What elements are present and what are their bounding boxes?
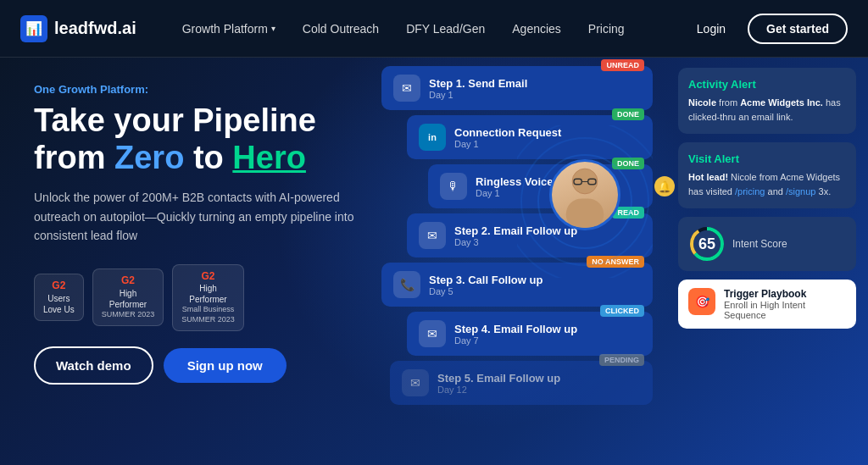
- title-zero: Zero: [114, 140, 184, 175]
- person-avatar: [549, 159, 620, 230]
- step-day-7: Day 12: [437, 385, 641, 395]
- hero-section: One Growth Platform: Take your Pipeline …: [0, 58, 868, 465]
- step-icon-email-2: ✉: [419, 222, 446, 249]
- step-icon-email-3: ✉: [419, 320, 446, 347]
- trigger-icon: 🎯: [688, 288, 715, 315]
- step-icon-voicemail: 🎙: [440, 173, 467, 200]
- svg-rect-4: [566, 198, 604, 228]
- person-silhouette: [552, 159, 618, 228]
- chevron-down-icon: ▾: [271, 24, 275, 33]
- step-card-6: CLICKED ✉ Step 4. Email Follow up Day 7: [407, 312, 653, 356]
- navbar: 📊 leadfwd.ai Growth Platform ▾ Cold Outr…: [0, 0, 868, 58]
- visit-alert-text: Hot lead! Nicole from Acme Widgets has v…: [688, 170, 846, 198]
- badge-high-performer-1: G2 High Performer SUMMER 2023: [92, 268, 164, 325]
- activity-alert-card: Activity Alert Nicole from Acme Widgets …: [678, 68, 856, 134]
- title-from: from: [34, 140, 114, 175]
- nav-item-agencies[interactable]: Agencies: [500, 15, 573, 42]
- sign-up-button[interactable]: Sign up now: [164, 348, 287, 383]
- nav-item-dfy[interactable]: DFY Lead/Gen: [394, 15, 497, 42]
- get-started-button[interactable]: Get started: [748, 14, 848, 44]
- visit-alert-title: Visit Alert: [688, 152, 846, 165]
- title-hero: Hero: [232, 140, 306, 175]
- step-name-7: Step 5. Email Follow up: [437, 372, 641, 385]
- trigger-title: Trigger Playbook: [724, 288, 846, 300]
- badge-unread: UNREAD: [601, 59, 644, 71]
- nav-item-cold-outreach[interactable]: Cold Outreach: [291, 15, 391, 42]
- hero-right-alerts: Activity Alert Nicole from Acme Widgets …: [678, 68, 856, 329]
- step-name: Step 1. Send Email: [429, 77, 641, 90]
- activity-alert-text: Nicole from Acme Widgets Inc. has clicke…: [688, 96, 846, 124]
- badge-pending: PENDING: [599, 354, 644, 366]
- nav-item-pricing[interactable]: Pricing: [576, 15, 637, 42]
- bell-icon: 🔔: [654, 176, 675, 197]
- cta-row: Watch demo Sign up now: [34, 346, 373, 385]
- step-icon-email-4: ✉: [402, 369, 429, 396]
- logo-text: leadfwd.ai: [54, 19, 136, 38]
- nav-item-growth-platform[interactable]: Growth Platform ▾: [170, 15, 287, 42]
- step-day-6: Day 7: [454, 335, 641, 346]
- badges-row: G2 Users Love Us G2 High Performer SUMME…: [34, 264, 373, 331]
- step-icon-call: 📞: [393, 271, 420, 298]
- badge-users-love: G2 Users Love Us: [34, 274, 84, 321]
- title-to: to: [184, 140, 232, 175]
- step-name-6: Step 4. Email Follow up: [454, 323, 641, 335]
- badge-high-performer-2: G2 High Performer Small Business SUMMER …: [172, 264, 244, 331]
- step-day: Day 1: [429, 90, 641, 100]
- hero-title: Take your Pipeline from Zero to Hero: [34, 102, 373, 176]
- step-card-1: UNREAD ✉ Step 1. Send Email Day 1: [381, 66, 653, 110]
- step-icon-linkedin: in: [419, 124, 446, 151]
- visit-alert-card: Visit Alert Hot lead! Nicole from Acme W…: [678, 142, 856, 208]
- intent-score-row: 65 Intent Score: [678, 217, 856, 271]
- hero-description: Unlock the power of 200M+ B2B contacts w…: [34, 188, 373, 245]
- hero-tagline: One Growth Platform:: [34, 83, 373, 96]
- login-button[interactable]: Login: [685, 15, 737, 42]
- step-icon-email: ✉: [393, 75, 420, 102]
- watch-demo-button[interactable]: Watch demo: [34, 346, 153, 385]
- badge-done-1: DONE: [612, 108, 644, 120]
- trigger-desc: Enroll in High Intent Sequence: [724, 300, 846, 320]
- nav-links: Growth Platform ▾ Cold Outreach DFY Lead…: [170, 15, 685, 42]
- hero-center-visual: [517, 125, 653, 312]
- logo-icon: 📊: [20, 15, 47, 42]
- nav-right: Login Get started: [685, 14, 848, 44]
- hero-left: One Growth Platform: Take your Pipeline …: [0, 58, 398, 465]
- logo[interactable]: 📊 leadfwd.ai: [20, 15, 136, 42]
- intent-gauge: 65: [688, 225, 726, 263]
- intent-score-label: Intent Score: [732, 238, 787, 250]
- trigger-playbook-card: 🎯 Trigger Playbook Enroll in High Intent…: [678, 280, 856, 329]
- activity-alert-title: Activity Alert: [688, 78, 846, 91]
- intent-score-value: 65: [698, 235, 715, 253]
- step-card-7: PENDING ✉ Step 5. Email Follow up Day 12: [390, 361, 653, 405]
